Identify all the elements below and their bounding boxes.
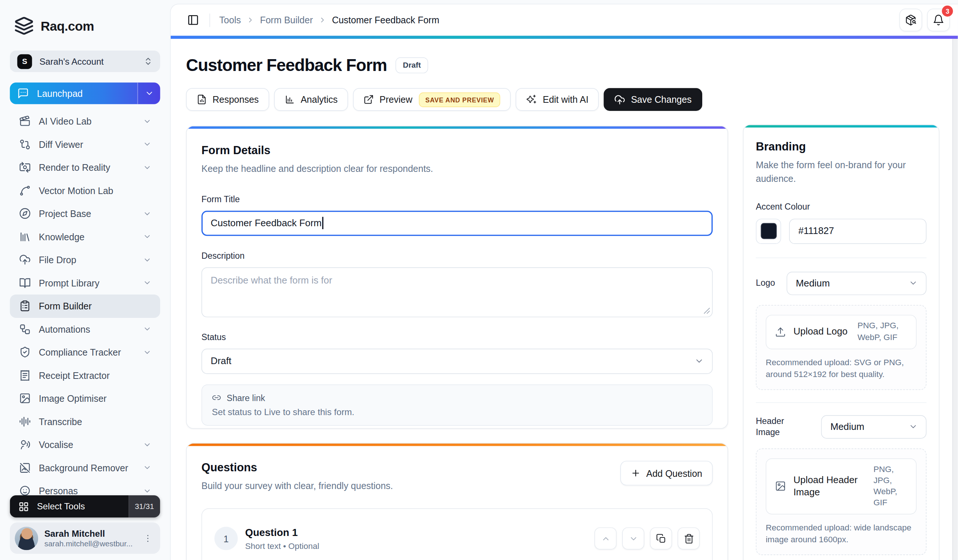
image-icon	[775, 481, 786, 492]
sidebar-item-transcribe[interactable]: Transcribe	[10, 410, 160, 433]
logo-size-select[interactable]: Medium	[787, 271, 926, 295]
sidebar-item-vocalise[interactable]: Vocalise	[10, 433, 160, 457]
chevron-down-icon	[143, 209, 152, 218]
responses-button[interactable]: Responses	[186, 88, 269, 111]
user-email: sarah.mitchell@westbur...	[44, 539, 136, 548]
launchpad-button[interactable]: Launchpad	[10, 82, 160, 104]
sidebar-item-compliance-tracker[interactable]: Compliance Tracker	[10, 341, 160, 364]
sidebar-item-form-builder[interactable]: Form Builder	[10, 295, 160, 318]
upload-logo-button[interactable]: Upload Logo PNG, JPG, WebP, GIF	[766, 314, 917, 349]
sidebar-item-render-to-reality[interactable]: Render to Reality	[10, 156, 160, 179]
chevron-down-icon	[143, 279, 152, 287]
cloud-upload-icon	[614, 94, 625, 105]
more-vertical-icon[interactable]	[141, 531, 154, 546]
sidebar-item-vector-motion-lab[interactable]: Vector Motion Lab	[10, 179, 160, 202]
questions-subtitle: Build your survey with clear, friendly q…	[201, 479, 393, 493]
sidebar-item-knowledge[interactable]: Knowledge	[10, 225, 160, 248]
bar-chart-icon	[285, 94, 295, 105]
topbar: Tools Form Builder Customer Feedback For…	[171, 5, 958, 36]
branding-title: Branding	[756, 140, 926, 153]
branding-subtitle: Make the form feel on-brand for your aud…	[756, 158, 926, 185]
chevron-down-icon	[143, 140, 152, 149]
sidebar-item-diff-viewer[interactable]: Diff Viewer	[10, 133, 160, 156]
accent-colour-label: Accent Colour	[756, 201, 926, 211]
accent-colour-input[interactable]	[789, 219, 926, 244]
form-details-subtitle: Keep the headline and description clear …	[201, 162, 712, 175]
form-details-card: Form Details Keep the headline and descr…	[186, 126, 728, 429]
chevron-down-icon	[143, 233, 152, 241]
select-tools-main[interactable]: Select Tools	[10, 495, 129, 517]
header-upload-note: Recommended upload: wide landscape image…	[766, 522, 917, 545]
add-question-button[interactable]: Add Question	[620, 461, 712, 486]
form-title-input[interactable]: Customer Feedback Form	[201, 211, 712, 236]
chevron-down-icon	[143, 348, 152, 356]
account-avatar: S	[17, 54, 32, 69]
move-down-button[interactable]	[622, 527, 644, 550]
sidebar: Raq.com S Sarah's Account Launchpad	[0, 0, 170, 560]
sidebar-item-receipt-extractor[interactable]: Receipt Extractor	[10, 364, 160, 387]
resize-handle-icon[interactable]	[703, 307, 710, 314]
breadcrumb-tools[interactable]: Tools	[219, 15, 241, 25]
external-link-icon	[363, 94, 374, 105]
sidebar-item-automations[interactable]: Automations	[10, 317, 160, 341]
edit-with-ai-button[interactable]: Edit with AI	[515, 88, 599, 111]
account-switcher[interactable]: S Sarah's Account	[10, 51, 160, 72]
accent-colour-swatch-button[interactable]	[756, 219, 781, 244]
sidebar-item-project-base[interactable]: Project Base	[10, 202, 160, 225]
clapperboard-icon	[19, 115, 31, 127]
move-up-button[interactable]	[594, 527, 617, 550]
notifications-button[interactable]: 3	[927, 8, 950, 32]
bell-icon	[933, 14, 945, 26]
sidebar-bottom: Select Tools 31/31 Sarah Mitchell sarah.…	[0, 495, 170, 560]
description-textarea[interactable]	[201, 267, 712, 317]
package-search-button[interactable]	[899, 8, 923, 32]
user-meta: Sarah Mitchell sarah.mitchell@westbur...	[44, 528, 136, 548]
question-item: 1 Question 1 Short text • Optional	[201, 508, 712, 560]
save-and-preview-badge: SAVE AND PREVIEW	[419, 92, 500, 107]
status-select[interactable]: Draft	[201, 349, 712, 374]
main-panel: Tools Form Builder Customer Feedback For…	[170, 4, 958, 560]
launchpad-main[interactable]: Launchpad	[10, 82, 138, 104]
select-tools-button[interactable]: Select Tools 31/31	[10, 495, 160, 517]
header-size-select[interactable]: Medium	[821, 415, 926, 438]
sidebar-item-ai-video-lab[interactable]: AI Video Lab	[10, 110, 160, 133]
save-changes-button[interactable]: Save Changes	[604, 88, 702, 111]
header-image-label: Header Image	[756, 416, 799, 438]
content: Customer Feedback Form Draft Responses A…	[171, 39, 958, 560]
user-name: Sarah Mitchell	[44, 528, 136, 538]
card-accent	[187, 127, 727, 129]
logo-upload-zone: Upload Logo PNG, JPG, WebP, GIF Recommen…	[756, 305, 926, 390]
top-accent-bar	[171, 36, 958, 39]
chevron-down-icon	[909, 422, 918, 432]
preview-button[interactable]: Preview SAVE AND PREVIEW	[353, 88, 511, 111]
sidebar-toggle-button[interactable]	[186, 12, 201, 28]
analytics-button[interactable]: Analytics	[274, 88, 348, 111]
scrollbar[interactable]	[952, 39, 958, 560]
delete-question-button[interactable]	[677, 527, 699, 550]
audio-lines-icon	[19, 416, 31, 428]
chevron-down-icon	[143, 440, 152, 449]
questions-card: Questions Build your survey with clear, …	[186, 443, 728, 560]
sidebar-item-background-remover[interactable]: Background Remover	[10, 456, 160, 479]
cloud-upload-icon	[19, 254, 31, 266]
page-title: Customer Feedback Form	[186, 56, 387, 75]
chevron-down-icon	[694, 356, 704, 366]
sidebar-item-prompt-library[interactable]: Prompt Library	[10, 271, 160, 295]
breadcrumb-form-builder[interactable]: Form Builder	[260, 15, 312, 25]
image-icon	[19, 393, 31, 405]
upload-header-image-button[interactable]: Upload Header Image PNG, JPG, WebP, GIF	[766, 458, 917, 514]
sparkles-icon	[526, 94, 537, 105]
switch-camera-icon	[19, 162, 31, 173]
main-column: Customer Feedback Form Draft Responses A…	[186, 39, 728, 560]
chevron-down-icon	[909, 278, 918, 287]
breadcrumb: Tools Form Builder Customer Feedback For…	[219, 15, 439, 25]
chevron-right-icon	[318, 16, 326, 24]
sidebar-item-image-optimiser[interactable]: Image Optimiser	[10, 387, 160, 410]
package-search-icon	[905, 14, 917, 26]
user-card[interactable]: Sarah Mitchell sarah.mitchell@westbur...	[10, 522, 160, 554]
launchpad-expand-button[interactable]	[138, 82, 160, 104]
workflow-icon	[19, 324, 31, 335]
sidebar-nav: AI Video Lab Diff Viewer Render to Reali…	[0, 110, 170, 503]
sidebar-item-file-drop[interactable]: File Drop	[10, 248, 160, 272]
duplicate-question-button[interactable]	[650, 527, 672, 550]
